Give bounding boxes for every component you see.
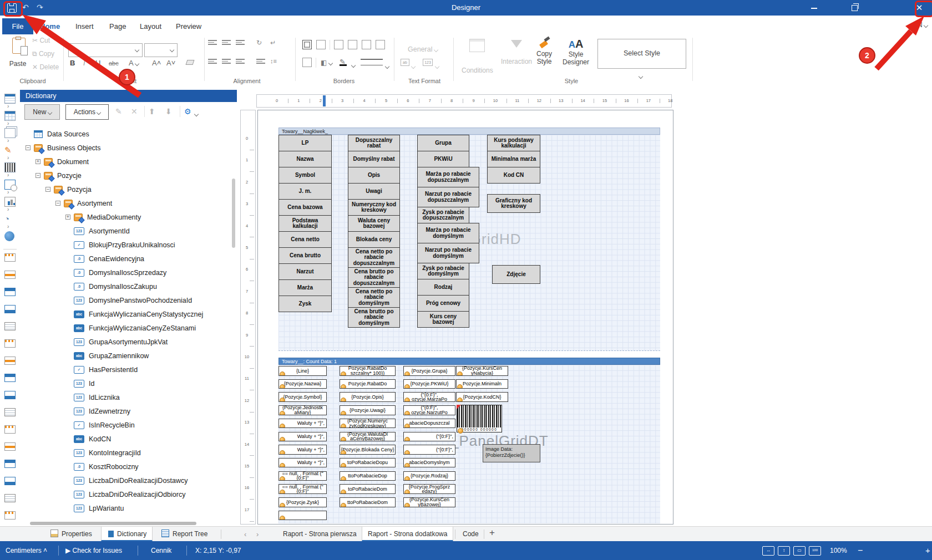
- header-cell-podstawa-kalkulacji[interactable]: Podstawa kalkulacji: [278, 215, 332, 232]
- align-justify-icon[interactable]: [256, 58, 265, 65]
- gauge-icon[interactable]: ◔: [4, 214, 16, 224]
- zoom-100-icon[interactable]: 100: [809, 546, 821, 556]
- shrink-font-button[interactable]: A˅: [166, 59, 175, 67]
- data-cell--pozycje-kodcn-[interactable]: {Pozycje.KodCN}: [456, 392, 508, 402]
- clear-format-icon[interactable]: [186, 60, 195, 65]
- group-footer-band-icon[interactable]: [4, 339, 16, 348]
- chart-icon[interactable]: [4, 197, 16, 207]
- header-cell-cena-netto[interactable]: Cena netto: [278, 231, 332, 248]
- restore-button[interactable]: [842, 0, 867, 16]
- border-style-chevron[interactable]: [386, 61, 389, 71]
- font-name-select[interactable]: [68, 43, 143, 57]
- tree-item-domyslnailosczakupu[interactable]: .0DomyslnaIloscZakupu: [20, 279, 234, 293]
- data-cell--pozycje-numeryc-zykodkreskowy[interactable]: {Pozycje.Numeryc zyKodKreskowy}: [340, 419, 396, 429]
- align-right-icon[interactable]: [236, 58, 245, 65]
- tree-item-liczbadnidorealizacjiodbiorcy[interactable]: 123LiczbaDniDoRealizacjiOdbiorcy: [20, 487, 234, 501]
- header-cell-cena-netto-po-rabacie-dopuszczalnym[interactable]: Cena netto po rabacie dopuszczalnym: [348, 247, 400, 268]
- fill-color-button[interactable]: ◧: [321, 59, 332, 67]
- conditions-button[interactable]: Conditions: [462, 39, 493, 74]
- tree-item-blokujprzybrakuunikalnosci[interactable]: ✓BlokujPrzyBrakuUnikalnosci: [20, 238, 234, 252]
- draw-expand-chevron[interactable]: ›: [7, 155, 13, 161]
- edit-icon[interactable]: ✎: [115, 107, 122, 116]
- page-tab-additional[interactable]: Raport - Strona dodatkowa: [362, 527, 453, 542]
- table-icon[interactable]: [4, 111, 16, 121]
- tree-item-lpwariantu[interactable]: 123LpWariantu: [20, 501, 234, 515]
- data-cell-abaciedomyslnym[interactable]: abacieDomyslnym: [403, 458, 455, 468]
- rotate-text-icon[interactable]: ↻: [256, 39, 265, 47]
- data-cell--pozycje-opis-[interactable]: {Pozycje.Opis}: [340, 392, 396, 402]
- tab-preview[interactable]: Preview: [173, 18, 205, 34]
- units-selector[interactable]: Centimeters ˄: [6, 541, 47, 560]
- header-cell-próg-cenowy[interactable]: Próg cenowy: [417, 295, 469, 312]
- font-color-button[interactable]: A: [129, 59, 139, 67]
- language-selector[interactable]: N: [918, 21, 928, 29]
- interaction-button[interactable]: Interaction: [499, 39, 534, 65]
- page-nav-prev-icon[interactable]: ‹: [244, 530, 246, 538]
- header-cell-waluta-ceny-bazowej[interactable]: Waluta ceny bazowej: [348, 215, 400, 232]
- header-cell-opis[interactable]: Opis: [348, 167, 400, 184]
- tree-item-grupazamiennikow[interactable]: abcGrupaZamiennikow: [20, 349, 234, 363]
- tree-item-mediadokumenty[interactable]: +MediaDokumenty: [20, 210, 234, 224]
- page-header-band-icon[interactable]: [4, 288, 16, 296]
- image-component[interactable]: Image Data: {PobierzZdjecie()}: [483, 444, 540, 462]
- data-cell--pozycje-grupa-[interactable]: {Pozycje.Grupa}: [403, 366, 455, 376]
- barcode-expand-chevron[interactable]: ›: [7, 172, 13, 178]
- tree-item-data-sources[interactable]: Data Sources: [20, 127, 234, 141]
- header-cell-grupa[interactable]: Grupa: [417, 135, 469, 151]
- copy-style-button[interactable]: Copy Style: [530, 38, 559, 65]
- number-format-icon[interactable]: 123: [423, 59, 433, 66]
- align-top-icon[interactable]: [208, 39, 217, 47]
- align-middle-icon[interactable]: [222, 39, 231, 47]
- header-cell-cena-brutto-po-rabacie-dopuszczalnym[interactable]: Cena brutto po rabacie dopuszczalnym: [348, 267, 400, 288]
- tab-report-tree[interactable]: Report Tree: [156, 527, 213, 542]
- align-center-icon[interactable]: [222, 58, 231, 65]
- all-borders-button[interactable]: [302, 40, 312, 49]
- tree-item-funkcjawyliczaniacenystatystycznej[interactable]: abcFunkcjaWyliczaniaCenyStatystycznej: [20, 307, 234, 321]
- tab-page[interactable]: Page: [106, 18, 129, 34]
- header-cell-kurs-ceny-bazowej[interactable]: Kurs ceny bazowej: [417, 311, 469, 328]
- tab-file[interactable]: File: [2, 18, 33, 34]
- data-cell--0-f-ozycje-narzutpo[interactable]: ("{0:F}", ozycje.NarzutPo: [403, 405, 455, 415]
- collapse-icon[interactable]: −: [55, 201, 60, 206]
- style-designer-button[interactable]: AA Style Designer: [559, 38, 592, 66]
- data-cell--null-format-0-f-[interactable]: == null, , Format ("{0:F}": [278, 484, 327, 494]
- delete-item-icon[interactable]: ✕: [131, 107, 138, 116]
- collapse-icon[interactable]: −: [45, 187, 50, 192]
- data-cell--pozycje-jednostk-amiary-[interactable]: {Pozycje.Jednostk aMiary}: [278, 405, 327, 415]
- gauge-expand-chevron[interactable]: ›: [7, 224, 13, 230]
- tree-item-grupaasortymentujpkvat[interactable]: 123GrupaAsortymentuJpkVat: [20, 335, 234, 349]
- data-cell-waluty-[interactable]: Waluty + "}",: [278, 458, 327, 468]
- data-cell-waluty-[interactable]: Waluty + "}",: [278, 445, 327, 455]
- draw-icon[interactable]: ✎: [4, 145, 16, 155]
- tree-item-kodcn[interactable]: abcKodCN: [20, 432, 234, 446]
- tab-home[interactable]: Home: [37, 18, 63, 36]
- barcode-icon[interactable]: [4, 162, 16, 172]
- text-component-expand-chevron[interactable]: ›: [7, 104, 13, 109]
- settings-gear-icon[interactable]: ⚙: [184, 107, 191, 116]
- tree-item-pozycje[interactable]: −Pozycje: [20, 169, 234, 182]
- header-cell-narzut-po-rabacie-domyślnym[interactable]: Narzut po rabacie domyślnym: [417, 243, 479, 263]
- tree-item-idzewnetrzny[interactable]: 123IdZewnetrzny: [20, 404, 234, 418]
- data-cell-empty[interactable]: [278, 511, 327, 521]
- data-cell-toporabaciedom[interactable]: toPoRabacieDom: [340, 484, 396, 494]
- no-borders-button[interactable]: [316, 40, 326, 49]
- tab-insert[interactable]: Insert: [72, 18, 97, 34]
- child-band-icon[interactable]: [4, 391, 16, 399]
- collapse-icon[interactable]: −: [36, 173, 40, 178]
- report-summary-band-icon[interactable]: [4, 271, 16, 279]
- report-title-band-icon[interactable]: [4, 253, 16, 262]
- header-cell-kod-cn[interactable]: Kod CN: [487, 167, 540, 184]
- tree-item-asortyment[interactable]: −Asortyment: [20, 196, 234, 210]
- header-cell-blokada-ceny[interactable]: Blokada ceny: [348, 231, 400, 248]
- line-spacing-icon[interactable]: ↕≡: [270, 58, 279, 65]
- header-cell-marża-po-rabacie-dopuszczalnym[interactable]: Marża po rabacie dopuszczalnym: [417, 167, 479, 187]
- header-cell-zysk-po-rabacie-domyślnym[interactable]: Zysk po rabacie domyślnym: [417, 263, 469, 279]
- data-cell--pozycje-uwagi-[interactable]: {Pozycje.Uwagi}: [340, 405, 396, 415]
- expand-icon[interactable]: +: [65, 215, 70, 220]
- map-icon[interactable]: [4, 231, 14, 241]
- header-cell-j-m-[interactable]: J. m.: [278, 183, 332, 200]
- text-brush-button[interactable]: ✎: [340, 58, 347, 66]
- tree-item-idlicznika[interactable]: 123IdLicznika: [20, 390, 234, 404]
- data-band-title[interactable]: Towary__: Count Data: 1: [278, 358, 660, 365]
- page-tab-first[interactable]: Raport - Strona pierwsza: [277, 527, 362, 542]
